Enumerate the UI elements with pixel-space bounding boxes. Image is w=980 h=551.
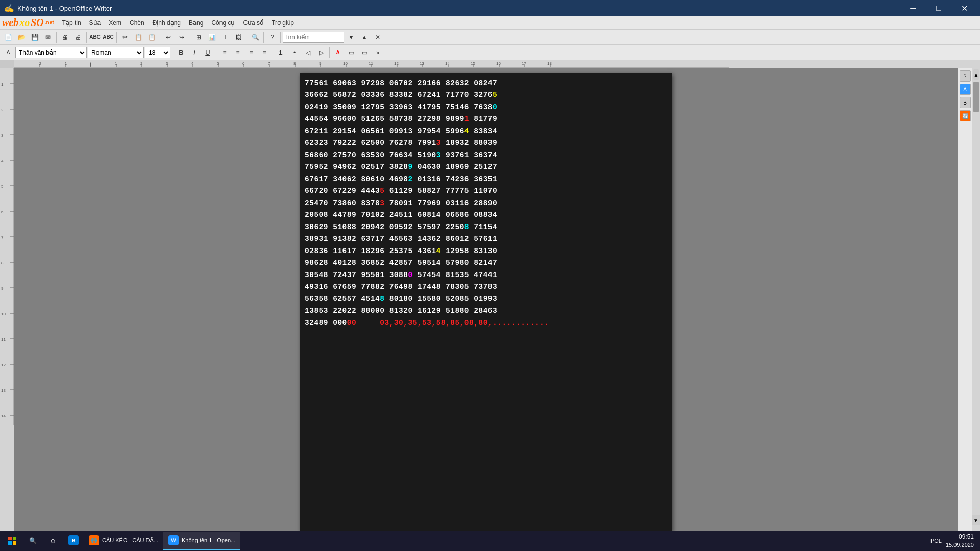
- more-format-button[interactable]: »: [372, 46, 384, 59]
- textbox-button[interactable]: T: [219, 31, 231, 43]
- minimize-button[interactable]: ─: [901, 0, 925, 16]
- toolbar1: 📄 📂 💾 ✉ 🖨 🖨 ABC ABC ✂ 📋 📋 ↩ ↪ ⊞ 📊 T 🖼 🔍 …: [0, 30, 980, 45]
- taskbar-right: POL 09:51 15.09.2020: [930, 533, 978, 549]
- bgcolor-button[interactable]: ▭: [358, 46, 371, 59]
- align-center-button[interactable]: ≡: [232, 46, 244, 59]
- caukeo-label: CÂU KÉO - CÂU DÃ...: [102, 537, 158, 543]
- italic-button[interactable]: I: [188, 46, 201, 59]
- document-line: 67617 34062 80610 46982 01316 74236 3635…: [305, 173, 667, 185]
- svg-text:8: 8: [1, 261, 4, 265]
- ruler-corner: [0, 60, 14, 68]
- redo-button[interactable]: ↪: [176, 31, 188, 43]
- search-icon: 🔍: [29, 537, 37, 544]
- document-line: 30629 51088 20942 09592 57597 22508 7115…: [305, 221, 667, 233]
- menu-congCu[interactable]: Công cụ: [207, 16, 239, 29]
- align-left-button[interactable]: ≡: [218, 46, 231, 59]
- style-select[interactable]: Thân văn bản: [15, 47, 87, 58]
- svg-text:4: 4: [1, 159, 4, 163]
- document-line: 67211 29154 06561 09913 97954 59964 8383…: [305, 126, 667, 137]
- copy-button[interactable]: 📋: [132, 31, 144, 43]
- cortana-btn[interactable]: ○: [43, 531, 63, 551]
- toolbar2: A Thân văn bản Roman 18 B I U ≡ ≡ ≡ ≡ 1.…: [0, 45, 980, 60]
- ruler-top: -2 -1 | 1 2 3 4 5 6 7 8 9 10 11: [0, 60, 980, 68]
- document-line: 44554 96600 51265 58738 27298 98991 8177…: [305, 113, 667, 125]
- menu-troGiup[interactable]: Trợ giúp: [267, 16, 298, 29]
- indent-increase-button[interactable]: ▷: [315, 46, 327, 59]
- align-justify-button[interactable]: ≡: [258, 46, 271, 59]
- doc-area[interactable]: 77561 69063 97298 06702 29166 82632 0824…: [14, 68, 958, 537]
- styles-button[interactable]: A: [2, 46, 14, 59]
- menu-cuaSo[interactable]: Cửa sổ: [239, 16, 267, 29]
- app-icon: ✍: [4, 4, 14, 13]
- svg-text:3: 3: [1, 133, 4, 138]
- menu-xem[interactable]: Xem: [105, 16, 126, 29]
- right-panel-icon2[interactable]: A: [960, 84, 971, 95]
- cortana-icon: ○: [51, 536, 56, 546]
- sep12: [329, 47, 330, 58]
- svg-text:-2: -2: [38, 61, 42, 66]
- search-input[interactable]: [283, 32, 344, 43]
- fontcolor-button[interactable]: A: [332, 46, 344, 59]
- close-button[interactable]: ✕: [952, 0, 976, 16]
- image-button[interactable]: 🖼: [232, 31, 244, 43]
- find-button[interactable]: 🔍: [249, 31, 261, 43]
- align-right-button[interactable]: ≡: [245, 46, 257, 59]
- open-button[interactable]: 📂: [15, 31, 28, 43]
- ruler-scale: -2 -1 | 1 2 3 4 5 6 7 8 9 10 11: [14, 60, 980, 68]
- indent-decrease-button[interactable]: ◁: [302, 46, 314, 59]
- svg-text:|: |: [90, 61, 91, 66]
- print-preview-button[interactable]: 🖨: [59, 31, 71, 43]
- search-next-button[interactable]: ▲: [358, 31, 371, 43]
- font-size-select[interactable]: 18: [145, 47, 170, 58]
- svg-text:7: 7: [268, 61, 271, 66]
- document-line: 36662 56872 03336 83382 67241 71770 3276…: [305, 89, 667, 101]
- menu-chen[interactable]: Chèn: [126, 16, 149, 29]
- save-button[interactable]: 💾: [29, 31, 41, 43]
- menu-sua[interactable]: Sửa: [85, 16, 105, 29]
- chart-button[interactable]: 📊: [206, 31, 218, 43]
- document-line: 02836 11617 18296 25375 43614 12958 8313…: [305, 245, 667, 257]
- svg-text:11: 11: [1, 337, 6, 342]
- svg-text:17: 17: [522, 61, 526, 66]
- paste-button[interactable]: 📋: [145, 31, 158, 43]
- taskbar-edge-btn[interactable]: e: [63, 532, 84, 550]
- right-panel-icon4[interactable]: 🔄: [960, 110, 971, 121]
- autocorrect-button[interactable]: ABC: [102, 31, 114, 43]
- cut-button[interactable]: ✂: [119, 31, 131, 43]
- maximize-button[interactable]: □: [927, 0, 950, 16]
- start-button[interactable]: [2, 531, 22, 551]
- right-panel-icon3[interactable]: B: [960, 97, 971, 108]
- undo-button[interactable]: ↩: [162, 31, 175, 43]
- svg-text:7: 7: [1, 235, 4, 240]
- document-line: 02419 35009 12795 33963 41795 75146 7638…: [305, 102, 667, 113]
- document-page: 77561 69063 97298 06702 29166 82632 0824…: [300, 73, 672, 532]
- taskbar-writer-btn[interactable]: W Không tên 1 - Open...: [163, 532, 240, 550]
- menu-taptin[interactable]: Tập tin: [58, 16, 85, 29]
- sep3: [116, 32, 117, 43]
- menu-bang[interactable]: Bảng: [185, 16, 207, 29]
- svg-text:5: 5: [217, 61, 219, 66]
- new-button[interactable]: 📄: [2, 31, 14, 43]
- search-close-button[interactable]: ✕: [372, 31, 384, 43]
- email-button[interactable]: ✉: [42, 31, 54, 43]
- table-button[interactable]: ⊞: [192, 31, 205, 43]
- scrollbar-vertical[interactable]: ▲ ▼: [972, 68, 980, 537]
- main-area: 1 2 3 4 5 6 7 8 9 10 11 12 13 14 77561 6…: [0, 68, 980, 537]
- svg-text:11: 11: [369, 61, 373, 66]
- bold-button[interactable]: B: [175, 46, 187, 59]
- highlight-button[interactable]: ▭: [345, 46, 357, 59]
- print-button[interactable]: 🖨: [72, 31, 84, 43]
- list-unordered-button[interactable]: •: [288, 46, 301, 59]
- spellcheck-button[interactable]: ABC: [89, 31, 101, 43]
- list-ordered-button[interactable]: 1.: [275, 46, 287, 59]
- menu-dinhDang[interactable]: Định dạng: [149, 16, 185, 29]
- search-prev-button[interactable]: ▼: [345, 31, 357, 43]
- svg-text:13: 13: [420, 61, 424, 66]
- font-select[interactable]: Roman: [88, 47, 144, 58]
- taskbar-search-btn[interactable]: 🔍: [22, 531, 43, 551]
- taskbar-caukeo-btn[interactable]: 🌐 CÂU KÉO - CÂU DÃ...: [84, 532, 163, 550]
- underline-button[interactable]: U: [202, 46, 214, 59]
- language-indicator: POL: [930, 538, 942, 544]
- right-panel-icon1[interactable]: ?: [960, 70, 971, 82]
- help-button[interactable]: ?: [266, 31, 278, 43]
